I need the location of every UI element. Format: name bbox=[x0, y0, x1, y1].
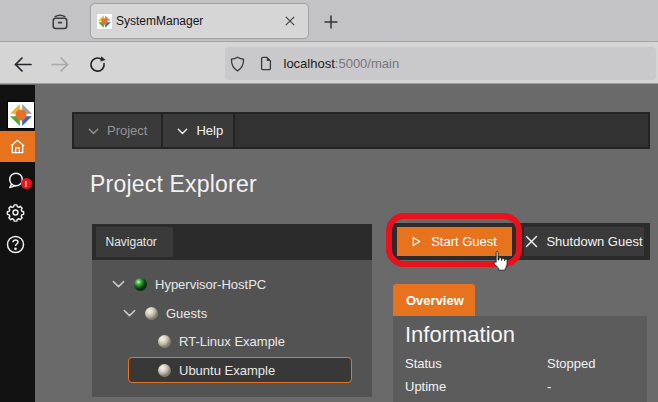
back-icon[interactable] bbox=[14, 55, 33, 74]
url-host: localhost bbox=[284, 56, 335, 71]
information-heading: Information bbox=[405, 322, 515, 348]
app-content: ! Project Help Project Explorer Navigato… bbox=[0, 85, 658, 402]
home-icon bbox=[9, 138, 26, 155]
tab-close-icon[interactable] bbox=[279, 10, 301, 32]
chevron-down-icon[interactable] bbox=[112, 278, 125, 290]
guests-status-icon bbox=[145, 307, 158, 320]
notification-badge: ! bbox=[21, 178, 32, 189]
app-logo[interactable] bbox=[8, 102, 34, 128]
shield-icon[interactable] bbox=[230, 56, 245, 72]
tree-item-hypervisor[interactable]: Hypervisor-HostPC bbox=[112, 271, 266, 297]
info-value: - bbox=[547, 379, 551, 394]
info-label: Status bbox=[405, 356, 442, 371]
pinwheel-logo-icon bbox=[8, 102, 34, 128]
chevron-down-icon[interactable] bbox=[123, 307, 136, 319]
navigator-header: Navigator bbox=[92, 224, 372, 260]
tree-item-guests[interactable]: Guests bbox=[123, 300, 207, 326]
tree-item-label: RT-Linux Example bbox=[179, 334, 285, 349]
guest-status-icon bbox=[158, 335, 171, 348]
page-icon[interactable] bbox=[260, 56, 272, 71]
page-title: Project Explorer bbox=[90, 171, 257, 198]
tree-item-label: Guests bbox=[166, 306, 207, 321]
shutdown-guest-button[interactable]: Shutdown Guest bbox=[524, 227, 644, 256]
host-status-icon bbox=[134, 278, 147, 291]
info-label: Uptime bbox=[405, 379, 446, 394]
browser-tab-bar: SystemManager bbox=[0, 0, 658, 42]
new-tab-button[interactable] bbox=[318, 9, 343, 34]
tree-item-rtlinux[interactable]: RT-Linux Example bbox=[158, 328, 285, 354]
information-panel: Information Status Stopped Uptime - bbox=[393, 316, 647, 402]
tree-item-label: Ubuntu Example bbox=[179, 363, 275, 378]
help-icon[interactable] bbox=[6, 235, 25, 254]
menu-help-label: Help bbox=[196, 123, 223, 138]
menu-project-label: Project bbox=[107, 123, 147, 138]
guest-status-icon bbox=[158, 364, 171, 377]
firefox-view-icon[interactable] bbox=[52, 12, 68, 30]
x-icon bbox=[525, 235, 538, 248]
tab-title: SystemManager bbox=[116, 14, 279, 28]
app-sidebar: ! bbox=[0, 85, 35, 402]
chevron-down-icon bbox=[177, 126, 188, 137]
favicon-pinwheel-icon bbox=[97, 14, 112, 29]
shutdown-guest-label: Shutdown Guest bbox=[546, 234, 642, 249]
navigator-tab[interactable]: Navigator bbox=[96, 227, 173, 257]
url-text: localhost:5000/main bbox=[284, 56, 400, 71]
forward-icon[interactable] bbox=[50, 55, 69, 74]
browser-nav-bar: localhost:5000/main bbox=[0, 42, 658, 84]
sidebar-item-home[interactable] bbox=[0, 131, 35, 162]
menu-help[interactable]: Help bbox=[163, 114, 235, 147]
info-value: Stopped bbox=[547, 356, 595, 371]
info-row-status: Status Stopped bbox=[405, 356, 635, 371]
overview-tab[interactable]: Overview bbox=[393, 284, 475, 316]
tree-item-ubuntu[interactable]: Ubuntu Example bbox=[158, 357, 275, 383]
info-row-uptime: Uptime - bbox=[405, 379, 635, 394]
menu-project[interactable]: Project bbox=[74, 114, 163, 147]
browser-tab[interactable]: SystemManager bbox=[91, 4, 308, 38]
gear-icon[interactable] bbox=[6, 203, 25, 222]
navigator-panel: Navigator Hypervisor-HostPC Guests RT-Li… bbox=[92, 224, 372, 397]
reload-icon[interactable] bbox=[88, 55, 107, 74]
cursor-pointer-icon bbox=[492, 250, 508, 274]
url-bar[interactable]: localhost:5000/main bbox=[225, 47, 656, 80]
url-path: :5000/main bbox=[335, 56, 399, 71]
tree-item-label: Hypervisor-HostPC bbox=[155, 277, 266, 292]
chevron-down-icon bbox=[88, 126, 99, 137]
menu-bar: Project Help bbox=[72, 112, 650, 149]
